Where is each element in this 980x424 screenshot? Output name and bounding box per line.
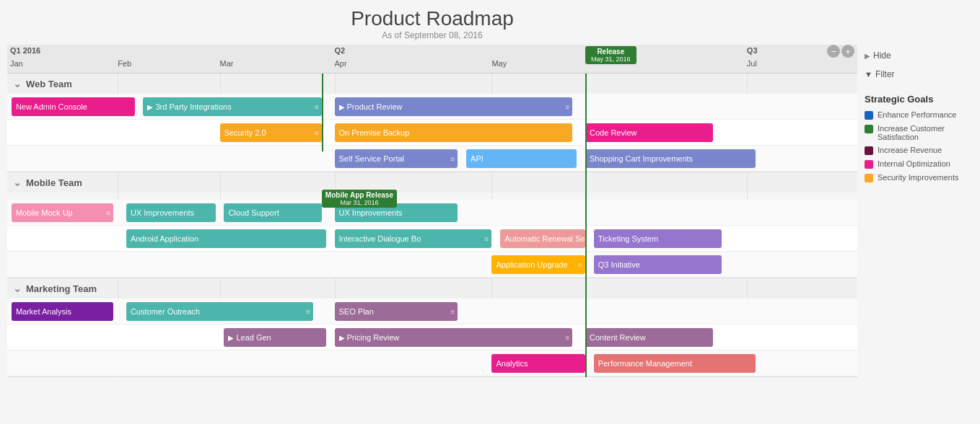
q3-initiative-bar[interactable]: Q3 Initiative [594, 255, 722, 274]
goal-label: Enhance Performance [878, 110, 956, 119]
bar-label: 3rd Party Integrations [155, 102, 231, 111]
bar-label: Lead Gen [236, 333, 271, 342]
bar-label: SEO Plan [339, 307, 374, 316]
web-row-3: Self Service Portal ≡ API Shopping Cart … [7, 146, 857, 172]
mobile-team-section: ⌄ Mobile Team Mobile App Release Mar 31,… [7, 172, 857, 278]
mobile-team-label: Mobile Team [26, 177, 82, 188]
web-team-header[interactable]: ⌄ Web Team [7, 74, 857, 94]
product-review-bar[interactable]: ▶ Product Review ≡ [335, 97, 573, 116]
bar-label: Ticketing System [598, 234, 658, 243]
mobile-release-marker: Mobile App Release Mar 31, 2016 [322, 190, 397, 208]
cloud-support-bar[interactable]: Cloud Support [224, 203, 321, 222]
api-bar[interactable]: API [466, 149, 577, 168]
bar-label: Automatic Renewal Ser [504, 234, 585, 243]
goal-color-dot [865, 160, 873, 169]
bar-label: Shopping Cart Improvements [590, 154, 693, 163]
zoom-in-button[interactable]: + [841, 45, 854, 58]
hide-button[interactable]: ▶ Hide [865, 50, 973, 61]
release-marker: Release May 31, 2016 [585, 46, 636, 64]
market-analysis-bar[interactable]: Market Analysis [12, 302, 113, 321]
bar-label: Self Service Portal [339, 154, 404, 163]
bar-label: Performance Management [598, 359, 692, 368]
filter-icon: ▼ [865, 70, 872, 79]
goal-label: Internal Optimization [878, 159, 950, 168]
strategic-goal-item: Internal Optimization [865, 159, 973, 169]
self-service-portal-bar[interactable]: Self Service Portal ≡ [335, 149, 458, 168]
strategic-goals: Strategic Goals Enhance PerformanceIncre… [865, 94, 973, 182]
android-application-bar[interactable]: Android Application [126, 229, 326, 248]
seo-plan-bar[interactable]: SEO Plan ≡ [335, 302, 458, 321]
q3-label: Q3 [747, 46, 758, 55]
mobile-row-2: Android Application Interactive Dialogue… [7, 226, 857, 252]
bar-label: Application Upgrade [496, 260, 567, 269]
mobile-release-area: Mobile App Release Mar 31, 2016 [322, 190, 397, 208]
bar-menu-icon: ≡ [450, 308, 455, 316]
apr-label: Apr [335, 59, 347, 68]
page-title: Product Roadmap [7, 7, 857, 30]
security-2-bar[interactable]: Security 2.0 ≡ [220, 123, 322, 142]
strategic-goal-item: Increase Revenue [865, 146, 973, 155]
lead-gen-bar[interactable]: ▶ Lead Gen [224, 328, 325, 347]
new-admin-console-bar[interactable]: New Admin Console [12, 97, 135, 116]
hide-label: Hide [873, 50, 891, 61]
shopping-cart-bar[interactable]: Shopping Cart Improvements [585, 149, 756, 168]
app-upgrade-bar[interactable]: Application Upgrade ≡ [491, 255, 585, 274]
bar-arrow-icon: ▶ [147, 103, 153, 111]
bar-label: Product Review [347, 102, 403, 111]
q1-label: Q1 2016 [10, 46, 40, 55]
bar-label: UX Improvements [131, 208, 194, 217]
goal-color-dot [865, 146, 873, 155]
on-premise-backup-bar[interactable]: On Premise Backup [335, 123, 573, 142]
bar-label: UX Improvements [339, 208, 403, 217]
goal-label: Security Improvements [878, 173, 958, 182]
3rd-party-integrations-bar[interactable]: ▶ 3rd Party Integrations ≡ [143, 97, 321, 116]
performance-management-bar[interactable]: Performance Management [594, 354, 756, 373]
strategic-goal-item: Security Improvements [865, 173, 973, 182]
mobile-release-date: Mar 31, 2016 [325, 199, 393, 206]
strategic-goal-item: Enhance Performance [865, 110, 973, 120]
q2-label: Q2 [335, 46, 346, 55]
bar-menu-icon: ≡ [485, 235, 489, 243]
bar-label: Mobile Mock Up [16, 208, 73, 217]
analytics-bar[interactable]: Analytics [491, 354, 585, 373]
bar-arrow-icon: ▶ [339, 334, 345, 342]
goal-color-dot [865, 125, 873, 133]
marketing-team-section: ⌄ Marketing Team Market Analysis Custome… [7, 278, 857, 377]
release-label: Release [591, 48, 631, 56]
goal-label: Increase Customer Satisfaction [878, 124, 973, 141]
zoom-out-button[interactable]: − [827, 45, 840, 58]
feb-label: Feb [118, 59, 131, 68]
bar-label: On Premise Backup [339, 128, 410, 137]
bar-arrow-icon: ▶ [339, 103, 345, 111]
web-team-label: Web Team [26, 79, 72, 89]
auto-renewal-bar[interactable]: Automatic Renewal Ser [500, 229, 585, 248]
mobile-mockup-bar[interactable]: Mobile Mock Up ≡ [12, 203, 113, 222]
mobile-team-header[interactable]: ⌄ Mobile Team [7, 172, 857, 193]
bar-label: Interactive Dialogue Bo [339, 234, 421, 243]
bar-label: API [471, 154, 484, 163]
web-team-chevron: ⌄ [13, 78, 22, 89]
pricing-review-bar[interactable]: ▶ Pricing Review ≡ [335, 328, 573, 347]
bar-arrow-icon: ▶ [228, 334, 234, 342]
ticketing-system-bar[interactable]: Ticketing System [594, 229, 722, 248]
customer-outreach-bar[interactable]: Customer Outreach ≡ [126, 302, 313, 321]
interactive-dialogue-bar[interactable]: Interactive Dialogue Bo ≡ [335, 229, 492, 248]
filter-label: Filter [875, 69, 895, 79]
bar-label: Market Analysis [16, 307, 71, 316]
content-review-bar[interactable]: Content Review [585, 328, 713, 347]
mar-label: Mar [220, 59, 234, 68]
marketing-row-3: Analytics Performance Management [7, 350, 857, 376]
filter-button[interactable]: ▼ Filter [865, 69, 973, 79]
page-subtitle: As of September 08, 2016 [7, 30, 857, 40]
bar-label: Security 2.0 [224, 128, 266, 137]
goal-color-dot [865, 174, 873, 182]
ux-improvements-1-bar[interactable]: UX Improvements [126, 203, 216, 222]
web-team-section: ⌄ Web Team New Admin Console ▶ 3rd Party… [7, 74, 857, 172]
bar-label: Cloud Support [228, 208, 279, 217]
marketing-team-header[interactable]: ⌄ Marketing Team [7, 278, 857, 299]
hide-arrow-icon: ▶ [865, 52, 870, 60]
code-review-bar[interactable]: Code Review [585, 123, 713, 142]
goal-label: Increase Revenue [878, 146, 942, 154]
bar-menu-icon: ≡ [315, 129, 319, 137]
bar-menu-icon: ≡ [315, 103, 319, 111]
